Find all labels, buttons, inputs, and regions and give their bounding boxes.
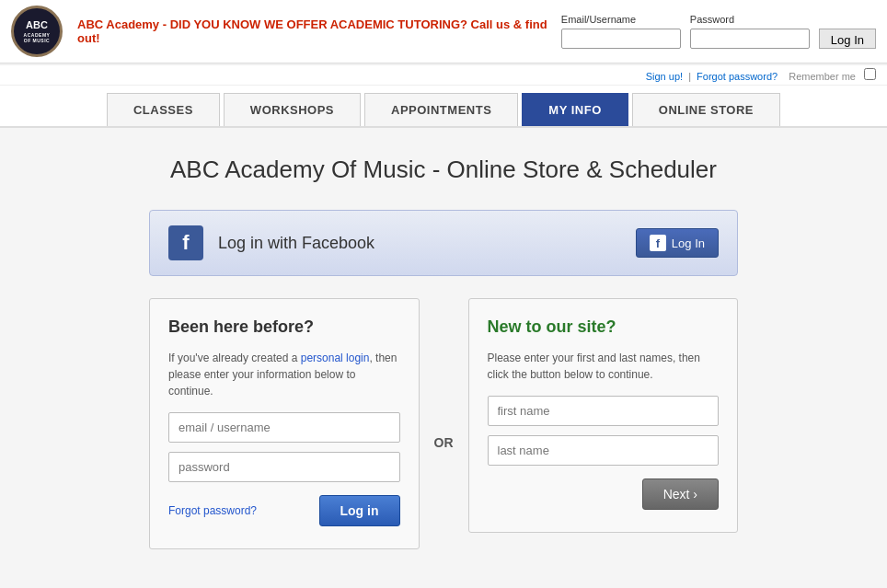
new-user-footer: Next ›	[488, 475, 720, 510]
header-links: Sign up! | Forgot password? Remember me	[0, 65, 887, 86]
promo-banner: ABC Academy - DID YOU KNOW WE OFFER ACAD…	[77, 17, 561, 45]
facebook-login-bar: f Log in with Facebook f Log In	[149, 210, 738, 276]
returning-password-input[interactable]	[168, 452, 400, 482]
logo: ABC ACADEMY OF MUSIC	[11, 6, 63, 57]
nav-online-store[interactable]: ONLINE STORE	[632, 93, 780, 126]
signup-link[interactable]: Sign up!	[646, 71, 683, 82]
header: ABC ACADEMY OF MUSIC ABC Academy - DID Y…	[0, 0, 887, 63]
returning-title: Been here before?	[168, 317, 400, 337]
next-button[interactable]: Next ›	[642, 478, 719, 510]
header-email-input[interactable]	[561, 29, 681, 49]
page-title: ABC Academy Of Music - Online Store & Sc…	[18, 156, 869, 184]
last-name-input[interactable]	[488, 435, 720, 466]
login-submit-button[interactable]: Log in	[319, 495, 400, 526]
returning-email-input[interactable]	[168, 412, 400, 443]
forgot-password-link[interactable]: Forgot password?	[168, 504, 257, 517]
personal-login-link[interactable]: personal login	[301, 352, 370, 364]
main-content: ABC Academy Of Music - Online Store & Sc…	[0, 128, 887, 588]
email-label: Email/Username	[561, 14, 681, 25]
new-user-title: New to our site?	[488, 317, 720, 337]
facebook-btn-label: Log In	[672, 236, 705, 250]
or-separator: OR	[420, 435, 468, 450]
email-field-group: Email/Username	[561, 14, 681, 49]
header-forgot-link[interactable]: Forgot password?	[697, 71, 778, 82]
facebook-login-button[interactable]: f Log In	[636, 228, 719, 258]
logo-image: ABC ACADEMY OF MUSIC	[11, 6, 63, 57]
nav-myinfo[interactable]: MY INFO	[522, 93, 628, 126]
logo-music-text: OF MUSIC	[24, 38, 50, 43]
logo-abc-text: ABC	[26, 19, 48, 31]
returning-user-box: Been here before? If you've already crea…	[149, 298, 420, 549]
remember-me-checkbox[interactable]	[864, 68, 876, 80]
navigation: CLASSES WORKSHOPS APPOINTMENTS MY INFO O…	[0, 86, 887, 128]
new-user-box: New to our site? Please enter your first…	[468, 298, 739, 533]
nav-workshops[interactable]: WORKSHOPS	[224, 93, 361, 126]
password-label: Password	[690, 14, 810, 25]
header-login-area: Email/Username Password Log In	[561, 14, 876, 49]
new-user-desc: Please enter your first and last names, …	[488, 350, 720, 383]
returning-footer: Forgot password? Log in	[168, 495, 400, 526]
returning-desc: If you've already created a personal log…	[168, 350, 400, 399]
password-field-group: Password	[690, 14, 810, 49]
header-login-button[interactable]: Log In	[819, 29, 876, 49]
remember-me-label: Remember me	[789, 71, 856, 82]
separator1: |	[688, 71, 694, 82]
first-name-input[interactable]	[488, 396, 720, 426]
facebook-login-text: Log in with Facebook	[218, 234, 636, 253]
nav-appointments[interactable]: APPOINTMENTS	[364, 93, 518, 126]
forms-row: Been here before? If you've already crea…	[149, 298, 738, 549]
header-password-input[interactable]	[690, 29, 810, 49]
facebook-large-icon: f	[168, 225, 203, 260]
facebook-btn-icon: f	[650, 235, 666, 251]
nav-classes[interactable]: CLASSES	[107, 93, 220, 126]
